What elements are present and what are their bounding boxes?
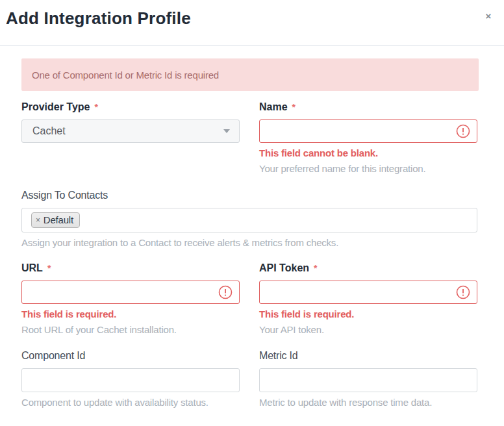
provider-type-select[interactable]: Cachet [21, 119, 240, 143]
required-asterisk: * [292, 102, 296, 112]
required-asterisk: * [95, 102, 98, 112]
url-label: URL* [21, 262, 240, 274]
metric-id-field: Metric Id Metric to update with response… [259, 350, 477, 408]
provider-type-field: Provider Type* Cachet [21, 101, 240, 143]
url-error-message: This field is required. [21, 308, 240, 320]
validation-alert-text: One of Component Id or Metric Id is requ… [32, 69, 219, 81]
assign-to-contacts-label: Assign To Contacts [21, 190, 477, 201]
component-id-input[interactable] [21, 368, 240, 392]
contacts-tag-input[interactable]: × Default [21, 208, 477, 232]
api-token-help-text: Your API token. [259, 324, 477, 335]
provider-type-label: Provider Type* [21, 101, 240, 113]
component-id-help-text: Component to update with availability st… [21, 397, 240, 408]
url-input[interactable] [21, 281, 240, 304]
validation-alert-banner: One of Component Id or Metric Id is requ… [21, 58, 479, 91]
chevron-down-icon [223, 129, 230, 133]
close-icon[interactable]: × [482, 10, 495, 23]
api-token-error-message: This field is required. [259, 308, 477, 320]
required-asterisk: * [314, 263, 317, 273]
component-id-field: Component Id Component to update with av… [21, 350, 240, 408]
name-input[interactable] [259, 119, 477, 143]
api-token-field: API Token* This field is required. Your … [259, 262, 477, 335]
url-help-text: Root URL of your Cachet installation. [21, 324, 240, 335]
name-field: Name* This field cannot be blank. Your p… [259, 101, 477, 174]
contact-tag-default: × Default [31, 212, 80, 228]
assign-to-contacts-help-text: Assign your integration to a Contact to … [21, 237, 477, 248]
header-divider [0, 45, 504, 46]
page-title: Add Integration Profile [6, 8, 191, 29]
remove-tag-icon[interactable]: × [36, 216, 40, 224]
metric-id-label: Metric Id [259, 350, 477, 362]
url-field: URL* This field is required. Root URL of… [21, 262, 240, 335]
metric-id-help-text: Metric to update with response time data… [259, 397, 477, 408]
contact-tag-label: Default [44, 214, 73, 225]
name-label: Name* [259, 101, 477, 113]
api-token-label: API Token* [259, 262, 477, 274]
api-token-input[interactable] [259, 281, 477, 304]
assign-to-contacts-field: Assign To Contacts × Default Assign your… [21, 190, 477, 248]
metric-id-input[interactable] [259, 368, 477, 392]
name-help-text: Your preferred name for this integration… [259, 163, 477, 174]
component-id-label: Component Id [21, 350, 240, 362]
provider-type-selected-value: Cachet [32, 125, 66, 137]
required-asterisk: * [47, 263, 51, 273]
name-error-message: This field cannot be blank. [259, 147, 477, 158]
